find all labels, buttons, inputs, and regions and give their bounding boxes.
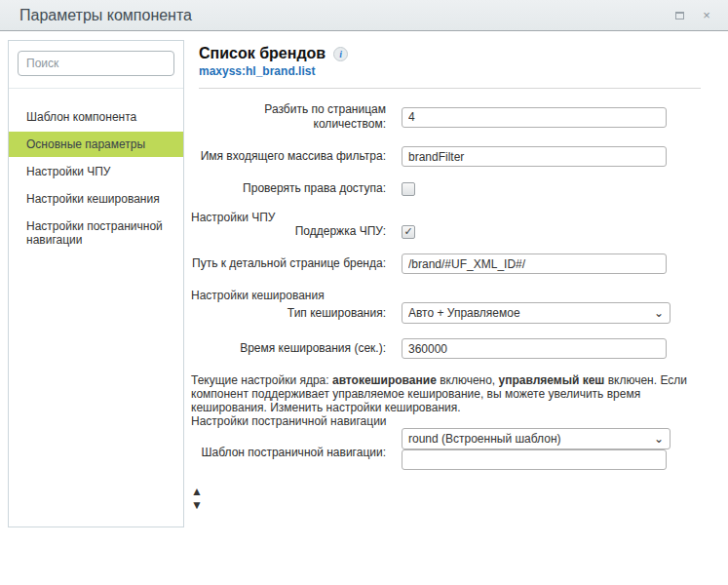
main-header: Список брендов i maxyss:hl_brand.list	[191, 39, 709, 89]
pager-template-label: Шаблон постраничной навигации:	[191, 428, 386, 460]
note-prefix: Текущие настройки ядра:	[191, 373, 332, 387]
sef-support-label: Поддержка ЧПУ:	[191, 224, 386, 239]
pager-template-select[interactable]: round (Встроенный шаблон) ⌄	[402, 428, 671, 449]
row-cache-time: Время кеширования (сек.):	[191, 338, 694, 359]
component-name: maxyss:hl_brand.list	[199, 64, 709, 78]
row-cache-type: Тип кеширования: Авто + Управляемое ⌄	[191, 302, 694, 324]
note-bold-managed-cache: управляемый кеш	[499, 373, 605, 387]
cache-note: Текущие настройки ядра: автокешированиe …	[191, 373, 694, 414]
section-header-cache: Настройки кеширования	[191, 289, 694, 302]
scroll-up-icon[interactable]: ▲	[191, 485, 709, 498]
note-suffix: .	[457, 401, 460, 414]
dialog-title: Параметры компонента	[19, 7, 662, 24]
section-header-pager: Настройки постраничной навигации	[191, 414, 694, 428]
cache-type-value: Авто + Управляемое	[408, 306, 654, 320]
sef-support-checkbox[interactable]: ✓	[402, 225, 415, 239]
row-sef-support: Поддержка ЧПУ: ✓	[191, 224, 694, 239]
sidebar-search	[9, 41, 183, 89]
row-filter-name: Имя входящего массива фильтра:	[191, 146, 694, 167]
sidebar-item-sef[interactable]: Настройки ЧПУ	[9, 159, 183, 184]
search-input[interactable]	[18, 51, 174, 76]
row-detail-path: Путь к детальной странице бренда:	[191, 254, 694, 274]
info-icon[interactable]: i	[333, 47, 348, 61]
dialog-titlebar: Параметры компонента ×	[0, 0, 728, 31]
maximize-button[interactable]	[670, 6, 689, 25]
row-check-rights: Проверять права доступа:	[191, 181, 694, 196]
cache-time-input[interactable]	[402, 338, 667, 359]
chevron-down-icon: ⌄	[654, 432, 664, 446]
row-page-size: Разбить по страницам количеством:	[191, 102, 694, 132]
sidebar-item-cache[interactable]: Настройки кеширования	[9, 186, 183, 212]
parameters-form: Разбить по страницам количеством: Имя вх…	[191, 89, 694, 470]
filter-name-label: Имя входящего массива фильтра:	[191, 149, 386, 164]
page-size-label: Разбить по страницам количеством:	[191, 102, 386, 132]
row-pager-template: Шаблон постраничной навигации: round (Вс…	[191, 428, 694, 470]
cache-time-label: Время кеширования (сек.):	[191, 341, 386, 356]
close-button[interactable]: ×	[697, 6, 716, 25]
change-cache-settings-link[interactable]: Изменить настройки кеширования	[270, 401, 457, 414]
pager-template-custom-input[interactable]	[402, 449, 667, 470]
sidebar-item-main-params[interactable]: Основные параметры	[9, 132, 183, 157]
page-title: Список брендов	[199, 45, 326, 62]
sidebar-menu: Шаблон компонента Основные параметры Нас…	[9, 89, 183, 253]
section-header-sef: Настройки ЧПУ	[191, 211, 694, 224]
filter-name-input[interactable]	[402, 146, 667, 167]
detail-path-input[interactable]	[402, 254, 667, 274]
maximize-icon	[675, 12, 684, 20]
cache-type-select[interactable]: Авто + Управляемое ⌄	[402, 302, 671, 324]
scrollbar[interactable]: ▲ ▼	[191, 485, 709, 512]
detail-path-label: Путь к детальной странице бренда:	[191, 256, 386, 271]
sidebar: Шаблон компонента Основные параметры Нас…	[8, 40, 184, 527]
page-size-input[interactable]	[402, 107, 667, 128]
main-panel: Список брендов i maxyss:hl_brand.list Ра…	[191, 39, 709, 531]
cache-type-label: Тип кеширования:	[191, 306, 386, 321]
scroll-down-icon[interactable]: ▼	[191, 498, 709, 512]
check-rights-checkbox[interactable]	[402, 182, 415, 196]
chevron-down-icon: ⌄	[654, 306, 664, 320]
note-bold-autocache: автокешированиe	[332, 373, 437, 387]
check-rights-label: Проверять права доступа:	[191, 181, 386, 196]
sidebar-item-pager[interactable]: Настройки постраничной навигации	[9, 214, 183, 253]
note-mid1: включено,	[437, 373, 499, 387]
pager-template-value: round (Встроенный шаблон)	[408, 432, 654, 446]
sidebar-item-template[interactable]: Шаблон компонента	[9, 104, 183, 130]
